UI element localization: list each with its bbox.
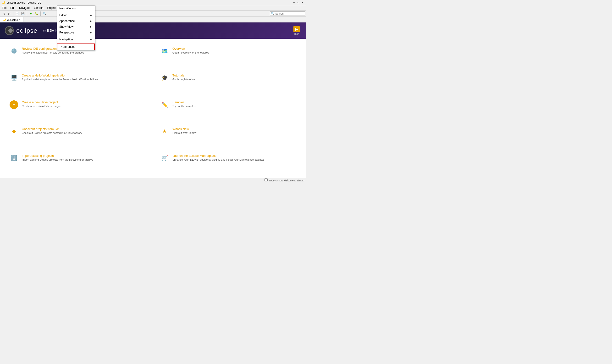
hide-button[interactable]: ▶ Hide [292, 26, 301, 35]
status-right: Always show Welcome at startup [265, 178, 304, 182]
hello-text: Create a Hello World application A guide… [22, 74, 98, 81]
editor-label: Editor [59, 14, 67, 17]
tutorials-desc: Go through tutorials [173, 78, 196, 81]
window-dropdown-menu: New Window Editor ▶ Appearance ▶ Show Vi… [57, 5, 95, 51]
search-input[interactable] [275, 12, 304, 15]
eclipse-logo: eclipse [5, 26, 37, 35]
git-desc: Checkout Eclipse projects hosted in a Gi… [22, 131, 82, 134]
whats-new-title[interactable]: What's New [173, 127, 196, 131]
toolbar-new[interactable]: 📄 [14, 11, 20, 16]
tab-welcome-label: Welcome [7, 18, 18, 21]
minimize-button[interactable]: ─ [292, 1, 296, 4]
always-show-checkbox[interactable] [265, 178, 268, 182]
welcome-item-import: ⬇️ Import existing projects Import exist… [10, 151, 146, 177]
marketplace-desc: Enhance your IDE with additional plugins… [173, 158, 265, 161]
navigation-arrow-icon: ▶ [90, 38, 92, 41]
menu-search[interactable]: Search [32, 5, 45, 10]
menu-file[interactable]: File [0, 5, 8, 10]
status-bar: Always show Welcome at startup [0, 178, 306, 182]
perspective-arrow-icon: ▶ [90, 31, 92, 34]
title-bar-text: eclipseSoftware - Eclipse IDE [7, 1, 41, 4]
whats-new-icon: ★ [160, 127, 169, 136]
new-java-desc: Create a new Java Eclipse project [22, 105, 61, 107]
menu-separator-3 [57, 43, 95, 43]
whats-new-text: What's New Find out what is new [173, 127, 196, 134]
app-icon: 🌙 [2, 1, 5, 4]
import-title[interactable]: Import existing projects [22, 154, 93, 157]
tab-welcome[interactable]: 🌙 Welcome ✕ [0, 17, 24, 22]
welcome-item-marketplace: 🛒 Launch the Eclipse Marketplace Enhance… [160, 151, 297, 177]
close-button[interactable]: ✕ [301, 1, 304, 4]
menu-project[interactable]: Project [45, 5, 58, 10]
samples-title[interactable]: Samples [173, 100, 195, 104]
menu-edit[interactable]: Edit [8, 5, 17, 10]
hello-desc: A guided walkthrough to create the famou… [22, 78, 98, 81]
overview-icon: 🗺️ [160, 47, 169, 55]
menu-preferences[interactable]: Preferences [57, 43, 95, 50]
new-java-title[interactable]: Create a new Java project [22, 100, 61, 104]
import-text: Import existing projects Import existing… [22, 154, 93, 161]
welcome-item-tutorials: 🎓 Tutorials Go through tutorials [160, 70, 297, 97]
import-desc: Import existing Eclipse projects from th… [22, 158, 93, 161]
menu-bar: File Edit Navigate Search Project Run Wi… [0, 5, 306, 11]
git-title[interactable]: Checkout projects from Git [22, 127, 82, 131]
menu-appearance[interactable]: Appearance ▶ [57, 18, 95, 24]
tutorials-title[interactable]: Tutorials [173, 74, 196, 77]
toolbar-forward[interactable]: ▷ [7, 11, 12, 16]
appearance-label: Appearance [59, 19, 75, 23]
toolbar-save[interactable]: 💾 [20, 11, 26, 16]
samples-desc: Try out the samples [173, 105, 195, 107]
welcome-item-overview: 🗺️ Overview Get an overview of the featu… [160, 43, 297, 70]
perspective-label: Perspective [59, 31, 74, 34]
welcome-page: eclipse e IDE for Java Developers ▶ Hide… [0, 23, 306, 182]
review-desc: Review the IDE's most fiercely contested… [22, 51, 84, 54]
new-java-icon: + [10, 100, 18, 109]
toolbar-run[interactable]: ▶ [28, 11, 33, 16]
welcome-content: ⚙️ Review IDE configuration settings Rev… [0, 39, 306, 182]
hide-label: Hide [294, 33, 299, 35]
menu-navigate[interactable]: Navigate [17, 5, 32, 10]
eclipse-logo-text: eclipse [16, 27, 37, 34]
title-bar: 🌙 eclipseSoftware - Eclipse IDE ─ □ ✕ [0, 0, 306, 5]
git-text: Checkout projects from Git Checkout Ecli… [22, 127, 82, 134]
toolbar-sep-1 [13, 12, 13, 16]
search-icon: 🔍 [271, 12, 274, 15]
menu-separator-1 [57, 12, 95, 12]
toolbar-back[interactable]: ◁ [1, 11, 6, 16]
editor-arrow-icon: ▶ [90, 14, 92, 16]
show-view-label: Show View [59, 25, 73, 28]
toolbar: ◁ ▷ 📄 💾 ▶ 🐛 🔍 🔍 [0, 11, 306, 17]
overview-desc: Get an overview of the features [173, 51, 209, 54]
hello-title[interactable]: Create a Hello World application [22, 74, 98, 77]
toolbar-search[interactable]: 🔍 [42, 11, 47, 16]
preferences-label: Preferences [60, 45, 75, 49]
menu-separator-2 [57, 36, 95, 36]
menu-editor[interactable]: Editor ▶ [57, 13, 95, 18]
maximize-button[interactable]: □ [297, 1, 300, 4]
marketplace-title[interactable]: Launch the Eclipse Marketplace [173, 154, 265, 157]
menu-show-view[interactable]: Show View ▶ [57, 24, 95, 30]
whats-new-desc: Find out what is new [173, 131, 196, 134]
hello-icon: 🖥️ [10, 74, 18, 82]
overview-title[interactable]: Overview [173, 47, 209, 51]
tab-close-button[interactable]: ✕ [19, 19, 21, 21]
menu-new-window[interactable]: New Window [57, 5, 95, 11]
new-window-label: New Window [59, 7, 76, 10]
menu-perspective[interactable]: Perspective ▶ [57, 30, 95, 35]
welcome-item-new-java: + Create a new Java project Create a new… [10, 97, 146, 124]
menu-navigation[interactable]: Navigation ▶ [57, 37, 95, 42]
welcome-item-hello: 🖥️ Create a Hello World application A gu… [10, 70, 146, 97]
toolbar-sep-3 [40, 12, 41, 16]
welcome-header: eclipse e IDE for Java Developers ▶ Hide [0, 23, 306, 39]
git-icon: ◆ [10, 127, 18, 136]
welcome-item-whats-new: ★ What's New Find out what is new [160, 124, 297, 151]
new-java-text: Create a new Java project Create a new J… [22, 100, 61, 107]
tutorials-text: Tutorials Go through tutorials [173, 74, 196, 81]
eclipse-logo-circle [5, 26, 14, 35]
samples-text: Samples Try out the samples [173, 100, 195, 107]
toolbar-debug[interactable]: 🐛 [34, 11, 39, 16]
marketplace-text: Launch the Eclipse Marketplace Enhance y… [173, 154, 265, 161]
welcome-item-samples: ✏️ Samples Try out the samples [160, 97, 297, 124]
review-icon: ⚙️ [10, 47, 18, 55]
appearance-arrow-icon: ▶ [90, 20, 92, 22]
